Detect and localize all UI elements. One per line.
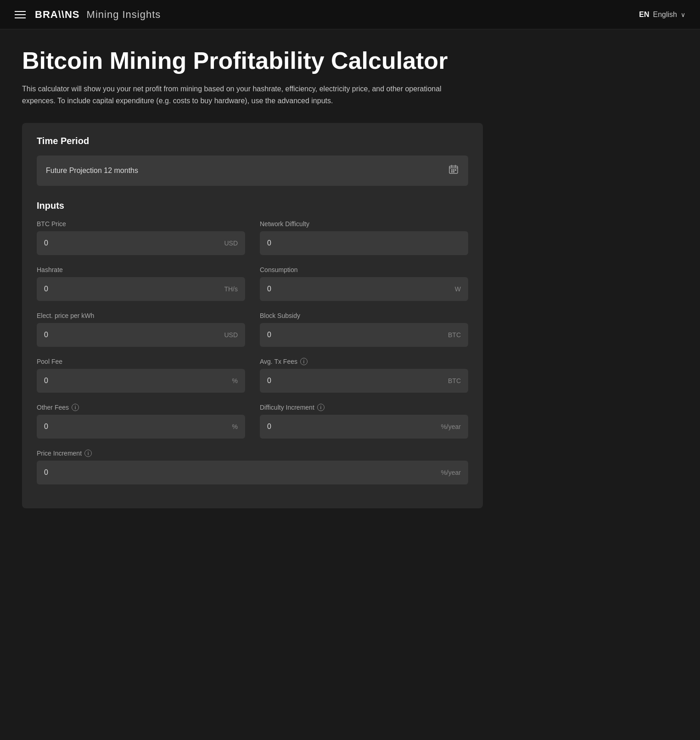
btc-price-label: BTC Price xyxy=(37,220,245,228)
price-increment-wrapper: %/year xyxy=(37,461,468,484)
input-group-avg-tx-fees: Avg. Tx Fees i BTC xyxy=(260,358,468,393)
difficulty-increment-wrapper: %/year xyxy=(260,415,468,439)
hashrate-label: Hashrate xyxy=(37,266,245,273)
svg-rect-5 xyxy=(453,171,454,172)
svg-rect-4 xyxy=(451,171,453,172)
inputs-section-title: Inputs xyxy=(37,200,468,211)
input-group-elect-price: Elect. price per kWh USD xyxy=(37,312,245,347)
other-fees-input[interactable] xyxy=(44,423,229,431)
network-difficulty-label: Network Difficulty xyxy=(260,220,468,228)
inputs-section: Inputs BTC Price USD Network Difficulty xyxy=(37,200,468,495)
chevron-down-icon: ∨ xyxy=(681,11,685,18)
price-increment-info-icon[interactable]: i xyxy=(84,450,92,457)
inputs-grid: BTC Price USD Network Difficulty Hashrat… xyxy=(37,220,468,495)
block-subsidy-label: Block Subsidy xyxy=(260,312,468,319)
brand-name: BRA\\NS xyxy=(35,9,79,20)
other-fees-unit: % xyxy=(232,423,238,430)
avg-tx-fees-wrapper: BTC xyxy=(260,369,468,393)
avg-tx-fees-label: Avg. Tx Fees i xyxy=(260,358,468,365)
time-period-value: Future Projection 12 months xyxy=(46,167,138,175)
input-group-network-difficulty: Network Difficulty xyxy=(260,220,468,255)
elect-price-input[interactable] xyxy=(44,331,220,339)
brand-subtitle: Mining Insights xyxy=(87,9,161,20)
time-period-card: Time Period Future Projection 12 months … xyxy=(22,123,483,508)
input-group-consumption: Consumption W xyxy=(260,266,468,301)
other-fees-wrapper: % xyxy=(37,415,245,439)
hashrate-input[interactable] xyxy=(44,285,220,293)
lang-code: EN xyxy=(639,11,649,19)
hashrate-unit: TH/s xyxy=(224,285,238,293)
navigation: BRA\\NS Mining Insights EN English ∨ xyxy=(0,0,700,29)
page-title: Bitcoin Mining Profitability Calculator xyxy=(22,48,483,74)
difficulty-increment-info-icon[interactable]: i xyxy=(317,404,325,411)
elect-price-wrapper: USD xyxy=(37,323,245,347)
price-increment-input[interactable] xyxy=(44,468,437,477)
btc-price-wrapper: USD xyxy=(37,231,245,255)
hashrate-wrapper: TH/s xyxy=(37,277,245,301)
consumption-wrapper: W xyxy=(260,277,468,301)
difficulty-increment-input[interactable] xyxy=(267,423,437,431)
avg-tx-fees-input[interactable] xyxy=(267,377,444,385)
brand-logo: BRA\\NS Mining Insights xyxy=(35,9,161,21)
price-increment-label: Price Increment i xyxy=(37,450,468,457)
block-subsidy-wrapper: BTC xyxy=(260,323,468,347)
svg-rect-3 xyxy=(455,169,456,171)
btc-price-input[interactable] xyxy=(44,239,220,247)
elect-price-unit: USD xyxy=(224,331,238,339)
time-period-selector[interactable]: Future Projection 12 months xyxy=(37,156,468,186)
other-fees-info-icon[interactable]: i xyxy=(72,404,79,411)
pool-fee-unit: % xyxy=(232,377,238,384)
page-description: This calculator will show you your net p… xyxy=(22,83,472,106)
consumption-input[interactable] xyxy=(267,285,451,293)
block-subsidy-input[interactable] xyxy=(267,331,444,339)
pool-fee-label: Pool Fee xyxy=(37,358,245,365)
input-group-other-fees: Other Fees i % xyxy=(37,404,245,439)
btc-price-unit: USD xyxy=(224,239,238,247)
consumption-label: Consumption xyxy=(260,266,468,273)
avg-tx-fees-unit: BTC xyxy=(448,377,461,384)
avg-tx-fees-info-icon[interactable]: i xyxy=(300,358,308,365)
time-period-section-title: Time Period xyxy=(37,136,468,146)
input-group-block-subsidy: Block Subsidy BTC xyxy=(260,312,468,347)
main-content: Bitcoin Mining Profitability Calculator … xyxy=(0,29,505,527)
input-group-btc-price: BTC Price USD xyxy=(37,220,245,255)
other-fees-label: Other Fees i xyxy=(37,404,245,411)
difficulty-increment-unit: %/year xyxy=(441,423,461,430)
input-group-difficulty-increment: Difficulty Increment i %/year xyxy=(260,404,468,439)
calendar-icon xyxy=(448,164,459,178)
input-group-hashrate: Hashrate TH/s xyxy=(37,266,245,301)
input-group-pool-fee: Pool Fee % xyxy=(37,358,245,393)
difficulty-increment-label: Difficulty Increment i xyxy=(260,404,468,411)
block-subsidy-unit: BTC xyxy=(448,331,461,339)
network-difficulty-wrapper xyxy=(260,231,468,255)
consumption-unit: W xyxy=(455,285,461,293)
nav-left: BRA\\NS Mining Insights xyxy=(15,9,161,21)
language-selector[interactable]: EN English ∨ xyxy=(639,11,685,19)
network-difficulty-input[interactable] xyxy=(267,239,461,247)
lang-label: English xyxy=(653,11,677,19)
pool-fee-input[interactable] xyxy=(44,377,229,385)
price-increment-unit: %/year xyxy=(441,469,461,476)
svg-rect-1 xyxy=(451,169,453,171)
hamburger-menu[interactable] xyxy=(15,11,26,18)
pool-fee-wrapper: % xyxy=(37,369,245,393)
svg-rect-2 xyxy=(453,169,454,171)
input-group-price-increment: Price Increment i %/year xyxy=(37,450,468,484)
elect-price-label: Elect. price per kWh xyxy=(37,312,245,319)
